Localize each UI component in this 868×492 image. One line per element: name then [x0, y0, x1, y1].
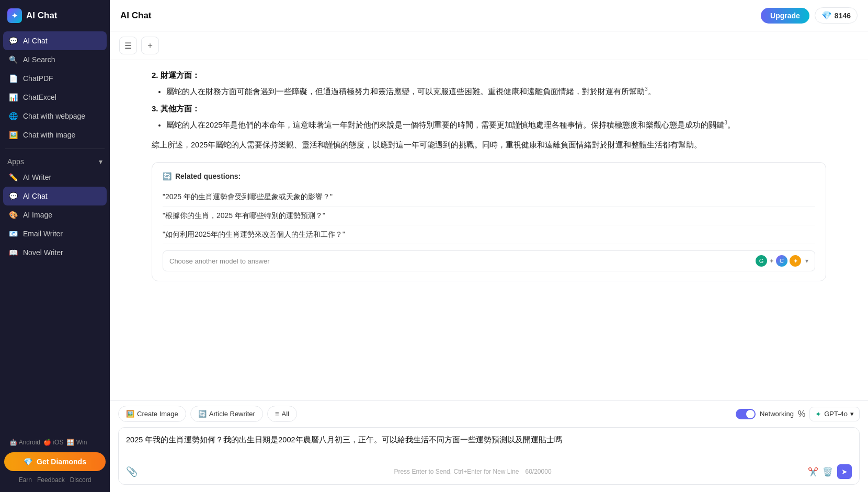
android-link[interactable]: 🤖 Android: [9, 439, 40, 446]
action-buttons-row: 🖼️ Create Image 🔄 Article Rewriter ≡ All…: [118, 406, 860, 422]
ios-link[interactable]: 🍎 iOS: [43, 439, 63, 446]
apps-chevron-icon: ▾: [99, 157, 102, 166]
chat-input-text[interactable]: 2025 年我的生肖運勢如何？我的出生日期是2002年農曆八月初三，正午。可以給…: [126, 434, 852, 459]
feedback-link[interactable]: Feedback: [37, 476, 65, 484]
send-button[interactable]: ➤: [837, 464, 852, 479]
section-finance: 2. 財運方面： 屬蛇的人在財務方面可能會遇到一些障礙，但通過積極努力和靈活應變…: [152, 71, 826, 98]
ai-chat-app-icon: 💬: [8, 191, 18, 201]
claude-model-icon: C: [776, 255, 787, 267]
sidebar-item-email-writer-label: Email Writer: [23, 230, 63, 238]
all-button[interactable]: ≡ All: [267, 406, 297, 422]
sidebar-apps-nav: ✏️ AI Writer 💬 AI Chat 🎨 AI Image 📧 Emai…: [0, 168, 110, 262]
sidebar-divider: [5, 148, 105, 149]
all-label: All: [281, 410, 289, 418]
section-finance-list: 屬蛇的人在財務方面可能會遇到一些障礙，但通過積極努力和靈活應變，可以克服這些困難…: [152, 85, 826, 98]
sidebar-item-ai-image-label: AI Image: [23, 211, 52, 219]
trash-icon[interactable]: 🗑️: [823, 467, 833, 477]
gpt-sparkle-icon: ✦: [815, 410, 821, 418]
chat-input-box: 2025 年我的生肖運勢如何？我的出生日期是2002年農曆八月初三，正午。可以給…: [118, 427, 860, 485]
model-selector[interactable]: Choose another model to answer G ✦ C ✦ ▾: [163, 250, 815, 271]
topbar: AI Chat Upgrade 💎 8146: [110, 0, 868, 31]
networking-toggle[interactable]: [736, 409, 756, 419]
article-rewriter-icon: 🔄: [198, 410, 207, 418]
sidebar-item-chat-image-label: Chat with image: [23, 131, 75, 139]
sidebar-bottom: 🤖 Android 🍎 iOS 🪟 Win 💎 Get Diamonds Ear…: [0, 430, 110, 492]
sidebar-item-chatpdf-label: ChatPDF: [23, 74, 53, 83]
related-icon: 🔄: [163, 172, 172, 180]
sidebar-item-chat-image[interactable]: 🖼️ Chat with image: [3, 125, 107, 144]
ai-search-icon: 🔍: [8, 55, 18, 64]
chatpdf-icon: 📄: [8, 74, 18, 83]
apps-section-header[interactable]: Apps ▾: [0, 153, 110, 168]
list-icon: ☰: [124, 41, 132, 51]
char-count: 60/20000: [526, 468, 552, 475]
sidebar-item-ai-chat[interactable]: 💬 AI Chat: [3, 31, 107, 50]
app-title: AI Chat: [26, 10, 58, 21]
section-other-list: 屬蛇的人在2025年是他們的本命年，這意味著這一年對於他們來說是一個特別重要的時…: [152, 118, 826, 131]
win-link[interactable]: 🪟 Win: [66, 439, 87, 446]
content-area: 2. 財運方面： 屬蛇的人在財務方面可能會遇到一些障礙，但通過積極努力和靈活應變…: [110, 60, 868, 400]
article-rewriter-label: Article Rewriter: [209, 410, 255, 418]
sidebar-item-chatpdf[interactable]: 📄 ChatPDF: [3, 69, 107, 88]
related-question-2[interactable]: "根據你的生肖，2025 年有哪些特別的運勢預測？": [163, 207, 815, 225]
model-select-button[interactable]: ✦ GPT-4o ▾: [809, 407, 860, 421]
diamonds-badge: 💎 8146: [815, 7, 858, 24]
discord-link[interactable]: Discord: [70, 476, 92, 484]
sidebar-header: ✦ AI Chat: [0, 0, 110, 31]
summary-text: 綜上所述，2025年屬蛇的人需要保持樂觀、靈活和謹慎的態度，以應對這一年可能遇到…: [152, 138, 826, 152]
create-image-button[interactable]: 🖼️ Create Image: [118, 406, 186, 422]
percent-icon[interactable]: %: [798, 409, 805, 419]
sidebar-item-ai-chat-label: AI Chat: [23, 37, 48, 45]
new-chat-button[interactable]: ＋: [141, 37, 159, 54]
bottom-links: Earn Feedback Discord: [4, 474, 106, 487]
plus-icon: ＋: [146, 40, 154, 51]
create-image-icon: 🖼️: [126, 410, 134, 418]
sidebar-item-email-writer[interactable]: 📧 Email Writer: [3, 224, 107, 243]
upgrade-button[interactable]: Upgrade: [761, 8, 809, 24]
novel-writer-icon: 📖: [8, 248, 18, 257]
ai-chat-icon: 💬: [8, 36, 18, 45]
sidebar-item-chatexcel[interactable]: 📊 ChatExcel: [3, 88, 107, 107]
sidebar-item-chat-webpage[interactable]: 🌐 Chat with webpage: [3, 107, 107, 125]
related-question-3[interactable]: "如何利用2025年的生肖運勢來改善個人的生活和工作？": [163, 225, 815, 244]
related-questions-box: 🔄 Related questions: "2025 年的生肖運勢會受到哪些星象…: [152, 162, 826, 281]
model-placeholder: Choose another model to answer: [169, 257, 270, 265]
right-controls: Networking % ✦ GPT-4o ▾: [736, 407, 860, 421]
section-other-title: 3. 其他方面：: [152, 104, 826, 114]
topbar-right: Upgrade 💎 8146: [761, 7, 858, 24]
app-logo-icon: ✦: [7, 8, 22, 23]
section-other: 3. 其他方面： 屬蛇的人在2025年是他們的本命年，這意味著這一年對於他們來說…: [152, 104, 826, 131]
diamonds-btn-icon: 💎: [24, 457, 32, 466]
sidebar-item-ai-writer-label: AI Writer: [23, 173, 51, 181]
sidebar-item-ai-chat-app[interactable]: 💬 AI Chat: [3, 187, 107, 205]
main-area: AI Chat Upgrade 💎 8146 ☰ ＋ 2. 財運方面： 屬蛇的人…: [110, 0, 868, 492]
earn-link[interactable]: Earn: [19, 476, 32, 484]
logo-symbol: ✦: [12, 12, 18, 20]
diamond-icon: 💎: [821, 10, 832, 20]
attach-icon[interactable]: 📎: [126, 466, 138, 477]
platform-links: 🤖 Android 🍎 iOS 🪟 Win: [4, 436, 106, 449]
related-title: 🔄 Related questions:: [163, 172, 815, 180]
article-rewriter-button[interactable]: 🔄 Article Rewriter: [190, 406, 263, 422]
chatexcel-icon: 📊: [8, 93, 18, 102]
ai-image-icon: 🎨: [8, 210, 18, 220]
sidebar-item-ai-image[interactable]: 🎨 AI Image: [3, 205, 107, 224]
list-view-button[interactable]: ☰: [119, 37, 137, 54]
section-finance-bullet: 屬蛇的人在財務方面可能會遇到一些障礙，但通過積極努力和靈活應變，可以克服這些困難…: [166, 85, 826, 98]
related-question-1[interactable]: "2025 年的生肖運勢會受到哪些星象或天象的影響？": [163, 188, 815, 207]
chat-toolbar: ☰ ＋: [110, 31, 868, 60]
sidebar-item-ai-search[interactable]: 🔍 AI Search: [3, 50, 107, 69]
all-icon: ≡: [275, 410, 279, 418]
scissors-icon[interactable]: ✂️: [808, 467, 818, 477]
model-name-label: GPT-4o: [824, 410, 848, 418]
send-icon: ➤: [841, 467, 848, 476]
sidebar-item-ai-writer[interactable]: ✏️ AI Writer: [3, 168, 107, 187]
get-diamonds-button[interactable]: 💎 Get Diamonds: [4, 452, 106, 471]
model-chevron-icon: ▾: [805, 257, 808, 265]
input-bottom-bar: 📎 Press Enter to Send, Ctrl+Enter for Ne…: [126, 464, 852, 479]
get-diamonds-label: Get Diamonds: [37, 457, 86, 466]
sidebar-item-ai-search-label: AI Search: [23, 55, 55, 64]
sidebar: ✦ AI Chat 💬 AI Chat 🔍 AI Search 📄 ChatPD…: [0, 0, 110, 492]
model-divider: ✦: [769, 258, 774, 265]
sidebar-item-novel-writer[interactable]: 📖 Novel Writer: [3, 243, 107, 262]
